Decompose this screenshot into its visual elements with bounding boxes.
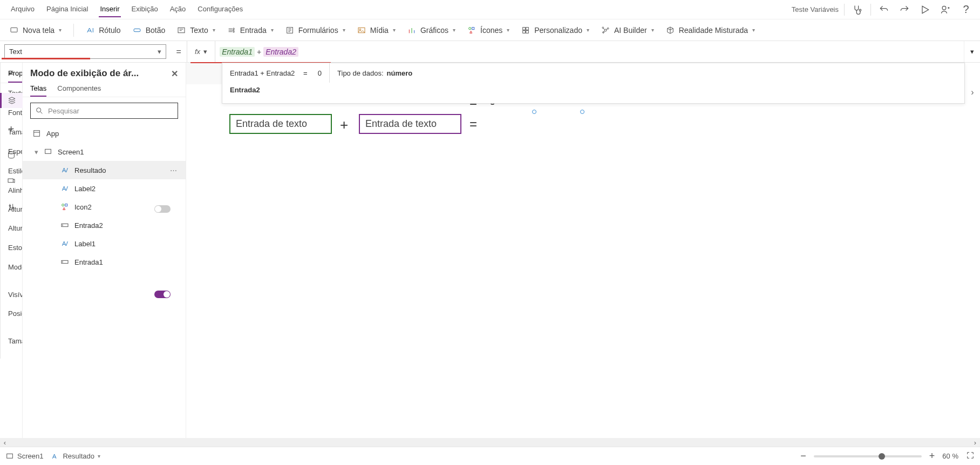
- tree-item-label2[interactable]: Label2: [23, 179, 186, 198]
- rail-add-icon[interactable]: +: [8, 123, 15, 136]
- label-icon: [60, 239, 69, 248]
- tree-item-entrada2[interactable]: Entrada2: [23, 216, 186, 234]
- entrada-button[interactable]: Entrada▾: [227, 26, 274, 35]
- tree-app[interactable]: App: [23, 124, 186, 143]
- tree-item-label: Entrada2: [74, 221, 103, 230]
- stethoscope-icon[interactable]: [850, 2, 865, 17]
- undo-icon[interactable]: [876, 2, 891, 17]
- svg-rect-13: [526, 27, 529, 30]
- svg-rect-4: [178, 28, 185, 32]
- formula-expand-button[interactable]: ▾: [964, 41, 980, 62]
- canvas-equals-label: =: [469, 117, 477, 132]
- formularios-button[interactable]: Formulários▾: [285, 26, 345, 35]
- more-icon[interactable]: ⋯: [170, 166, 178, 174]
- redo-icon[interactable]: [897, 2, 912, 17]
- chevron-down-icon[interactable]: ▾: [35, 148, 38, 156]
- rail-tools-icon[interactable]: [7, 203, 16, 213]
- fx-button[interactable]: fx▾: [187, 41, 215, 62]
- nova-tela-label: Nova tela: [23, 26, 55, 35]
- visivel-toggle[interactable]: [154, 291, 171, 298]
- canvas-entrada1[interactable]: Entrada de texto: [229, 114, 332, 134]
- icones-label: Ícones: [480, 26, 502, 35]
- aibuilder-button[interactable]: AI Builder▾: [601, 26, 654, 35]
- screen-icon: [44, 147, 52, 156]
- rail-media-icon[interactable]: [7, 177, 16, 187]
- equals-sign: =: [171, 41, 187, 62]
- share-icon[interactable]: [938, 2, 953, 17]
- rail-treeview-icon[interactable]: [0, 93, 23, 108]
- canvas-entrada2[interactable]: Entrada de texto: [359, 114, 461, 134]
- rail-data-icon[interactable]: [7, 151, 16, 161]
- property-selector[interactable]: Text ▾: [4, 44, 166, 59]
- formula-result-preview: Entrada1 + Entrada2 = 0: [222, 63, 330, 83]
- tree-item-label1[interactable]: Label1: [23, 234, 186, 253]
- help-icon[interactable]: ?: [958, 2, 974, 17]
- graficos-label: Gráficos: [420, 26, 448, 35]
- tree-item-label: Icon2: [74, 203, 92, 211]
- texto-label: Texto: [190, 26, 208, 35]
- texto-button[interactable]: Texto▾: [177, 26, 215, 35]
- tree-screen-label: Screen1: [58, 148, 84, 156]
- canvas-plus-label: +: [340, 117, 348, 133]
- svg-rect-26: [45, 149, 51, 153]
- label-icon: [60, 166, 69, 174]
- textinput-icon: [60, 221, 69, 230]
- menu-acao[interactable]: Ação: [169, 2, 187, 17]
- app-icon: [32, 129, 41, 138]
- property-selector-value: Text: [9, 48, 22, 56]
- botao-label: Botão: [146, 26, 166, 35]
- tree-tab-telas[interactable]: Telas: [30, 84, 46, 97]
- canvas-area[interactable]: Exemplo de Variaveis Entrada de texto + …: [186, 63, 980, 359]
- label-icon: [60, 184, 69, 193]
- menu-pagina-inicial[interactable]: Página Inicial: [45, 2, 89, 17]
- svg-rect-2: [11, 28, 17, 32]
- tree-search-input[interactable]: Pesquisar: [30, 103, 178, 119]
- tree-item-label: Entrada1: [74, 258, 103, 266]
- tree-item-label: Label2: [74, 185, 96, 193]
- formularios-label: Formulários: [298, 26, 338, 35]
- formula-plus: +: [255, 48, 263, 56]
- search-placeholder: Pesquisar: [48, 107, 79, 115]
- altura-auto-toggle[interactable]: [154, 205, 171, 213]
- tree-screen1[interactable]: ▾ Screen1: [23, 143, 186, 161]
- svg-rect-3: [134, 29, 140, 31]
- svg-rect-28: [65, 204, 67, 206]
- midia-label: Mídia: [370, 26, 389, 35]
- realidade-button[interactable]: Realidade Misturada▾: [666, 26, 755, 35]
- personalizado-label: Personalizado: [534, 26, 582, 35]
- tree-item-entrada1[interactable]: Entrada1: [23, 253, 186, 271]
- personalizado-button[interactable]: Personalizado▾: [521, 26, 589, 35]
- formula-token-entrada2: Entrada2: [263, 47, 298, 57]
- formula-suggestion[interactable]: Entrada2: [222, 83, 964, 97]
- tree-tab-componentes[interactable]: Componentes: [57, 84, 101, 97]
- aibuilder-label: AI Builder: [614, 26, 647, 35]
- separator: [870, 4, 871, 16]
- close-tree-button[interactable]: ✕: [171, 69, 178, 79]
- menu-configuracoes[interactable]: Configurações: [196, 2, 244, 17]
- tree-app-label: App: [46, 130, 59, 138]
- menu-exibicao[interactable]: Exibição: [131, 2, 159, 17]
- nova-tela-button[interactable]: Nova tela▾: [10, 26, 62, 35]
- play-icon[interactable]: [917, 2, 933, 17]
- botao-button[interactable]: Botão: [133, 26, 166, 35]
- rail-hamburger-icon[interactable]: ≡: [9, 68, 13, 78]
- formula-bar[interactable]: Entrada1 + Entrada2: [215, 41, 964, 62]
- menu-inserir[interactable]: Inserir: [99, 2, 120, 17]
- tree-item-label: Label1: [74, 240, 96, 248]
- menu-arquivo[interactable]: Arquivo: [10, 2, 36, 17]
- right-pane-collapse-button[interactable]: ›: [965, 63, 980, 122]
- svg-point-20: [8, 152, 14, 154]
- midia-button[interactable]: Mídia▾: [357, 26, 396, 35]
- formula-data-type: Tipo de dados: número: [330, 63, 420, 83]
- graficos-button[interactable]: Gráficos▾: [407, 26, 455, 35]
- rotulo-label: Rótulo: [99, 26, 120, 35]
- tree-item-resultado[interactable]: Resultado ⋯: [23, 161, 186, 179]
- svg-rect-21: [8, 179, 13, 183]
- svg-point-5: [233, 28, 234, 30]
- svg-point-6: [233, 31, 234, 32]
- rotulo-button[interactable]: Rótulo: [86, 26, 120, 35]
- svg-rect-15: [526, 30, 529, 33]
- icones-button[interactable]: Ícones▾: [467, 26, 509, 35]
- entrada-label: Entrada: [240, 26, 267, 35]
- svg-rect-12: [523, 27, 526, 30]
